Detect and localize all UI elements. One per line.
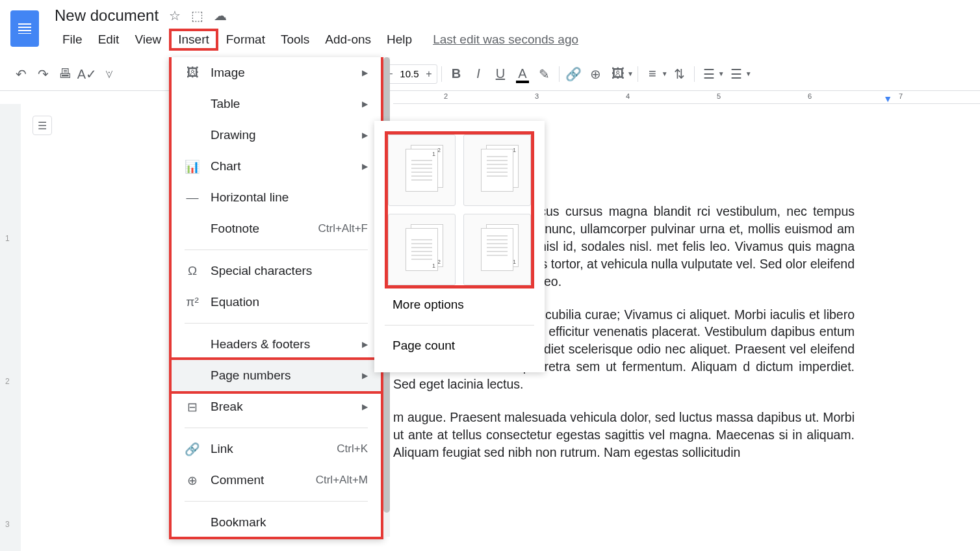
page-number-bottom-right-skip-first[interactable]: 1 — [463, 214, 531, 285]
highlight-icon[interactable]: ✎ — [534, 64, 555, 84]
submenu-arrow-icon: ▶ — [362, 68, 368, 77]
insert-drawing[interactable]: Drawing ▶ — [172, 120, 381, 151]
paragraph: m augue. Praesent malesuada vehicula dol… — [393, 409, 855, 461]
image-menu-icon: 🖼 — [185, 65, 200, 81]
align-icon[interactable]: ≡ — [642, 64, 663, 84]
omega-menu-icon: Ω — [185, 263, 200, 279]
cloud-icon[interactable]: ☁ — [214, 8, 227, 23]
bulleted-list-icon[interactable]: ☰ — [726, 64, 747, 84]
menu-bar: File Edit View Insert Format Tools Add-o… — [55, 29, 578, 51]
numbered-list-icon[interactable]: ☰ — [699, 64, 719, 84]
horizontal-ruler[interactable]: 2 3 4 5 6 7 ▼ — [393, 91, 980, 104]
line-menu-icon: — — [185, 190, 200, 205]
page-number-top-right-skip-first[interactable]: 1 — [463, 135, 531, 206]
bold-icon[interactable]: B — [446, 64, 467, 84]
insert-comment[interactable]: ⊕ Comment Ctrl+Alt+M — [172, 465, 381, 496]
insert-page-count[interactable]: Page count — [385, 329, 534, 362]
vertical-ruler[interactable]: 1 2 3 — [0, 104, 21, 551]
print-icon[interactable]: 🖶 — [55, 64, 75, 84]
submenu-arrow-icon: ▶ — [362, 99, 368, 109]
pi-menu-icon: π² — [185, 294, 200, 310]
insert-chart[interactable]: 📊 Chart ▶ — [172, 151, 381, 182]
link-icon[interactable]: 🔗 — [563, 64, 584, 84]
link-menu-icon: 🔗 — [185, 441, 200, 457]
move-icon[interactable]: ⬚ — [191, 8, 203, 23]
text-color-icon[interactable]: A — [512, 64, 533, 84]
paint-format-icon[interactable]: ⟇ — [99, 64, 120, 84]
insert-headers-footers[interactable]: Headers & footers ▶ — [172, 329, 381, 360]
star-icon[interactable]: ☆ — [169, 8, 181, 23]
app-header: New document ☆ ⬚ ☁ File Edit View Insert… — [0, 0, 980, 57]
line-spacing-icon[interactable]: ⇅ — [669, 64, 690, 84]
undo-icon[interactable]: ↶ — [10, 64, 31, 84]
indent-marker-icon[interactable]: ▼ — [883, 94, 892, 104]
submenu-arrow-icon: ▶ — [362, 340, 368, 349]
page-numbers-more-options[interactable]: More options — [385, 288, 534, 321]
font-size-value[interactable]: 10.5 — [398, 68, 421, 79]
insert-image[interactable]: 🖼 Image ▶ — [172, 57, 381, 88]
spellcheck-icon[interactable]: A✓ — [77, 64, 97, 84]
italic-icon[interactable]: I — [468, 64, 489, 84]
comment-icon[interactable]: ⊕ — [586, 64, 606, 84]
align-dropdown-arrow-icon[interactable]: ▼ — [662, 70, 668, 77]
menu-format[interactable]: Format — [218, 30, 273, 49]
toolbar: ↶ ↷ 🖶 A✓ ⟇ ▼ − 10.5 + B I U A ✎ 🔗 ⊕ 🖼 ▼ … — [0, 57, 980, 91]
insert-bookmark[interactable]: Bookmark — [172, 507, 381, 530]
insert-table[interactable]: Table ▶ — [172, 88, 381, 120]
bulleted-list-arrow-icon[interactable]: ▼ — [745, 70, 752, 77]
menu-help[interactable]: Help — [379, 30, 420, 49]
underline-icon[interactable]: U — [490, 64, 511, 84]
submenu-arrow-icon: ▶ — [362, 162, 368, 171]
outline-toggle-icon[interactable]: ☰ — [32, 116, 52, 135]
submenu-arrow-icon: ▶ — [362, 402, 368, 411]
insert-footnote[interactable]: Footnote Ctrl+Alt+F — [172, 213, 381, 244]
insert-equation[interactable]: π² Equation — [172, 287, 381, 318]
page-number-bottom-right[interactable]: 2 1 — [388, 214, 456, 285]
insert-dropdown-menu: 🖼 Image ▶ Table ▶ Drawing ▶ 📊 Chart ▶ — … — [169, 57, 383, 539]
comment-menu-icon: ⊕ — [185, 472, 200, 488]
document-title[interactable]: New document — [55, 6, 159, 25]
increase-font-icon[interactable]: + — [421, 65, 437, 83]
last-edit-link[interactable]: Last edit was seconds ago — [433, 32, 578, 47]
menu-tools[interactable]: Tools — [273, 30, 317, 49]
page-numbers-submenu: 2 1 1 2 1 1 More options Page count — [374, 121, 545, 372]
menu-edit[interactable]: Edit — [90, 30, 127, 49]
menu-insert[interactable]: Insert — [169, 29, 218, 51]
insert-link[interactable]: 🔗 Link Ctrl+K — [172, 433, 381, 465]
numbered-list-arrow-icon[interactable]: ▼ — [718, 70, 725, 77]
insert-break[interactable]: ⊟ Break ▶ — [172, 391, 381, 422]
image-dropdown-arrow-icon[interactable]: ▼ — [627, 70, 634, 77]
submenu-arrow-icon: ▶ — [362, 131, 368, 140]
menu-file[interactable]: File — [55, 30, 90, 49]
redo-icon[interactable]: ↷ — [32, 64, 53, 84]
break-menu-icon: ⊟ — [185, 399, 200, 415]
insert-horizontal-line[interactable]: — Horizontal line — [172, 182, 381, 213]
insert-page-numbers[interactable]: Page numbers ▶ — [169, 357, 383, 394]
menu-view[interactable]: View — [127, 30, 169, 49]
page-number-top-right[interactable]: 2 1 — [388, 135, 456, 206]
docs-logo[interactable] — [10, 10, 39, 47]
image-icon[interactable]: 🖼 — [608, 64, 628, 84]
menu-addons[interactable]: Add-ons — [317, 30, 379, 49]
chart-menu-icon: 📊 — [185, 159, 200, 174]
insert-special-characters[interactable]: Ω Special characters — [172, 255, 381, 287]
submenu-arrow-icon: ▶ — [362, 371, 368, 380]
